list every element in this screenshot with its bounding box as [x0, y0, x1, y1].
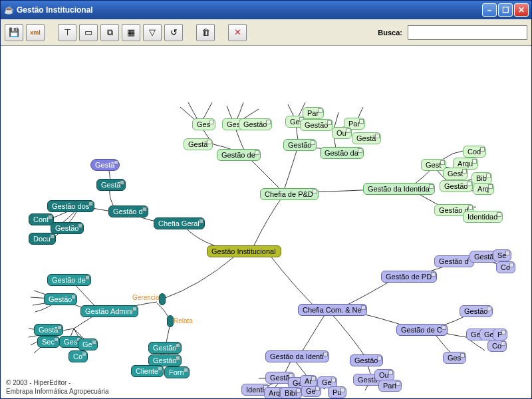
label-relata: Relata	[174, 317, 193, 325]
node-root[interactable]: Gestão Institucional	[207, 245, 281, 257]
minimize-button[interactable]: –	[482, 3, 497, 17]
maximize-button[interactable]: ☐	[498, 3, 513, 17]
node-mint[interactable]: Gestã	[352, 132, 381, 144]
remove-button[interactable]: ✕	[228, 24, 247, 41]
delete-button[interactable]: 🗑	[196, 24, 215, 41]
node-lav[interactable]: Gestão de PD	[381, 271, 437, 283]
node-teal[interactable]: Gestão d	[108, 205, 148, 217]
node-teal[interactable]: Co	[68, 350, 88, 362]
node-mint[interactable]: Ou	[332, 127, 352, 139]
xml-button[interactable]: xml	[26, 24, 45, 41]
node-mint[interactable]: Gest	[443, 168, 468, 180]
node-teal[interactable]: Docu	[29, 233, 56, 245]
node-teal[interactable]: Gestão	[44, 293, 77, 305]
node-teal[interactable]: Gestã	[34, 324, 63, 336]
node-lav[interactable]: Ges	[443, 352, 466, 364]
node-teal[interactable]: Conf	[29, 213, 54, 225]
node-mint[interactable]: Gest	[421, 159, 446, 171]
footer-line1: © 2003 - HiperEditor -	[6, 378, 109, 387]
node-gestao-admin[interactable]: Gestão Admini	[80, 305, 138, 317]
node-lav[interactable]: Gestão	[350, 354, 383, 366]
node-teal[interactable]: Gestão	[51, 222, 84, 234]
node-mint[interactable]: Gestão	[283, 139, 317, 151]
node-mint[interactable]: Gestão da	[320, 147, 364, 159]
node-mint[interactable]: Gestão de	[217, 149, 261, 161]
close-button[interactable]: ✕	[514, 3, 529, 17]
node-teal[interactable]: Gestã	[96, 179, 126, 191]
tool-copy-button[interactable]: ⧉	[100, 24, 119, 41]
node-mint[interactable]: Gestão	[440, 180, 473, 192]
node-lav[interactable]: P	[493, 329, 507, 340]
node-lav[interactable]: Part	[378, 380, 402, 392]
node-mint[interactable]: Gestão da Identida	[363, 183, 435, 195]
node-lav[interactable]: Ar	[300, 375, 317, 387]
node-lav[interactable]: Co	[487, 340, 507, 352]
node-teal[interactable]: Sec	[37, 336, 60, 348]
search-input[interactable]	[408, 25, 527, 40]
node-chefia-geral[interactable]: Chefia Geral	[154, 217, 205, 229]
node-lav[interactable]: Bibl	[280, 387, 302, 398]
node-lav[interactable]: Pu	[328, 386, 346, 398]
node-mint[interactable]: Identidad	[463, 211, 503, 223]
node-chefia-pd[interactable]: Chefia de P&D	[260, 188, 319, 200]
node-teal[interactable]: Forn	[164, 366, 190, 378]
node-mint[interactable]: Gestã	[184, 138, 213, 150]
mindmap-canvas[interactable]: Gestão Institucional Chefia Geral Gestão…	[1, 46, 531, 398]
node-teal[interactable]: Gestã	[90, 159, 120, 171]
node-mint[interactable]: Gestão	[300, 119, 333, 131]
tool-box-button[interactable]: ▭	[79, 24, 98, 41]
node-lav[interactable]: Gestão d	[434, 255, 474, 267]
search-label: Busca:	[378, 29, 402, 37]
node-mint[interactable]: Gestão	[239, 118, 272, 130]
node-teal[interactable]: Ge	[78, 338, 98, 350]
node-lav[interactable]: Gestão de C	[396, 324, 448, 336]
node-teal[interactable]: Cliente	[131, 365, 164, 377]
node-lav[interactable]: Se	[493, 249, 511, 261]
node-teal[interactable]: Gestão de	[47, 274, 91, 286]
tool-paste-button[interactable]: ▦	[122, 24, 140, 41]
footer: © 2003 - HiperEditor - Embrapa Informáti…	[6, 378, 109, 396]
titlebar: ☕ Gestão Institucional – ☐ ✕	[1, 1, 531, 19]
node-mint[interactable]: Par	[303, 107, 324, 119]
tool-node-button[interactable]: ⊤	[58, 24, 76, 41]
node-teal[interactable]: Gestão	[148, 342, 182, 354]
node-mint[interactable]: Cod	[463, 146, 486, 158]
undo-button[interactable]: ↺	[164, 24, 183, 41]
node-mint[interactable]: Ges	[192, 118, 215, 130]
node-lav[interactable]: Gestão da Identi	[265, 350, 329, 362]
node-mint[interactable]: Arq	[473, 183, 494, 195]
window-title: Gestão Institucional	[17, 5, 481, 15]
pill-relata[interactable]	[167, 315, 174, 327]
label-gerencia: Gerencia	[132, 294, 160, 301]
footer-line2: Embrapa Informática Agropecuária	[6, 387, 109, 396]
node-lav[interactable]: Gestão	[460, 305, 493, 317]
tool-link-button[interactable]: ▽	[143, 24, 162, 41]
save-button[interactable]: 💾	[5, 24, 23, 41]
toolbar: 💾 xml ⊤ ▭ ⧉ ▦ ▽ ↺ 🗑 ✕ Busca:	[1, 19, 531, 46]
node-teal[interactable]: Gestão dos	[47, 200, 94, 212]
pill-gerencia[interactable]	[159, 293, 166, 305]
java-icon: ☕	[3, 5, 14, 15]
node-chefia-com[interactable]: Chefia Com. & Ne	[298, 304, 367, 316]
app-window: ☕ Gestão Institucional – ☐ ✕ 💾 xml ⊤ ▭ ⧉…	[0, 0, 532, 399]
node-lav[interactable]: Co	[496, 261, 515, 273]
